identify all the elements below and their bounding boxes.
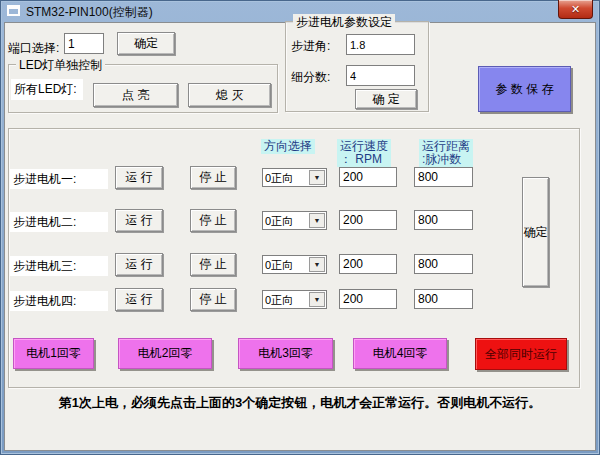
motor1-distance-input[interactable] xyxy=(414,167,473,187)
led-group-title: LED灯单独控制 xyxy=(16,57,105,74)
motor2-direction-select[interactable]: 0正向 ▼ xyxy=(262,211,327,230)
port-confirm-button[interactable]: 确定 xyxy=(117,32,175,55)
motor1-run-button[interactable]: 运 行 xyxy=(115,166,163,189)
step-angle-input[interactable] xyxy=(346,34,415,55)
run-all-button[interactable]: 全部同时运行 xyxy=(475,338,567,370)
motor3-direction-select[interactable]: 0正向 ▼ xyxy=(262,255,327,274)
motor2-run-button[interactable]: 运 行 xyxy=(115,209,163,232)
params-group-title: 步进电机参数设定 xyxy=(293,14,395,31)
speed-header: 运行速度 ： RPM xyxy=(337,139,391,167)
motor4-speed-input[interactable] xyxy=(339,289,397,309)
direction-value: 0正向 xyxy=(265,258,293,273)
motor1-zero-button[interactable]: 电机1回零 xyxy=(13,338,94,369)
distance-header: 运行距离 :脉冲数 xyxy=(419,139,473,167)
motor4-stop-button[interactable]: 停 止 xyxy=(190,288,236,311)
save-params-button[interactable]: 参 数 保 存 xyxy=(478,66,571,112)
motor-row-4: 步进电机四: 运 行 停 止 0正向 ▼ xyxy=(0,288,600,314)
chevron-down-icon[interactable]: ▼ xyxy=(309,213,325,228)
motor3-distance-input[interactable] xyxy=(414,254,473,274)
motor4-direction-select[interactable]: 0正向 ▼ xyxy=(262,290,327,309)
motor2-label: 步进电机二: xyxy=(10,212,108,232)
motor2-stop-button[interactable]: 停 止 xyxy=(190,209,236,232)
motors-confirm-button[interactable]: 确定 xyxy=(522,177,549,287)
direction-value: 0正向 xyxy=(265,214,293,229)
app-window: STM32-PIN100(控制器) ✕ 端口选择: 确定 LED灯单独控制 所有… xyxy=(0,0,600,455)
motor2-speed-input[interactable] xyxy=(339,210,397,230)
window-title: STM32-PIN100(控制器) xyxy=(26,4,153,21)
motor1-stop-button[interactable]: 停 止 xyxy=(190,166,236,189)
motor1-label: 步进电机一: xyxy=(10,169,108,189)
direction-header: 方向选择 xyxy=(261,139,315,154)
motor3-speed-input[interactable] xyxy=(339,254,397,274)
led-on-button[interactable]: 点 亮 xyxy=(93,83,178,107)
app-icon xyxy=(7,5,20,16)
direction-value: 0正向 xyxy=(265,293,293,308)
direction-value: 0正向 xyxy=(265,171,293,186)
led-off-button[interactable]: 熄 灭 xyxy=(188,83,271,107)
motor-row-3: 步进电机三: 运 行 停 止 0正向 ▼ xyxy=(0,253,600,279)
subdivision-input[interactable] xyxy=(346,65,415,86)
motor1-direction-select[interactable]: 0正向 ▼ xyxy=(262,168,327,187)
chevron-down-icon[interactable]: ▼ xyxy=(309,170,325,185)
motor3-stop-button[interactable]: 停 止 xyxy=(190,253,236,276)
params-confirm-button[interactable]: 确 定 xyxy=(355,89,417,109)
motor-row-1: 步进电机一: 运 行 停 止 0正向 ▼ xyxy=(0,166,600,192)
port-input[interactable] xyxy=(64,33,104,54)
motor4-zero-button[interactable]: 电机4回零 xyxy=(353,338,447,369)
motor3-label: 步进电机三: xyxy=(10,256,108,276)
motor2-zero-button[interactable]: 电机2回零 xyxy=(118,338,212,369)
motor3-zero-button[interactable]: 电机3回零 xyxy=(238,338,333,369)
motor3-run-button[interactable]: 运 行 xyxy=(115,253,163,276)
motor1-speed-input[interactable] xyxy=(339,167,397,187)
motor-row-2: 步进电机二: 运 行 停 止 0正向 ▼ xyxy=(0,209,600,235)
distance-header-line2: :脉冲数 xyxy=(422,153,470,166)
speed-header-line2: ： RPM xyxy=(340,153,388,166)
subdivision-label: 细分数: xyxy=(291,69,330,86)
motor4-label: 步进电机四: xyxy=(10,291,108,311)
startup-note: 第1次上电，必须先点击上面的3个确定按钮，电机才会正常运行。否则电机不运行。 xyxy=(0,394,600,412)
motor2-distance-input[interactable] xyxy=(414,210,473,230)
chevron-down-icon[interactable]: ▼ xyxy=(309,257,325,272)
close-button[interactable]: ✕ xyxy=(558,0,593,19)
chevron-down-icon[interactable]: ▼ xyxy=(309,292,325,307)
motor4-distance-input[interactable] xyxy=(414,289,473,309)
port-select-label: 端口选择: xyxy=(8,40,59,57)
motor4-run-button[interactable]: 运 行 xyxy=(115,288,163,311)
close-icon: ✕ xyxy=(571,3,580,16)
step-angle-label: 步进角: xyxy=(291,38,330,55)
all-led-label: 所有LED灯: xyxy=(11,79,83,100)
